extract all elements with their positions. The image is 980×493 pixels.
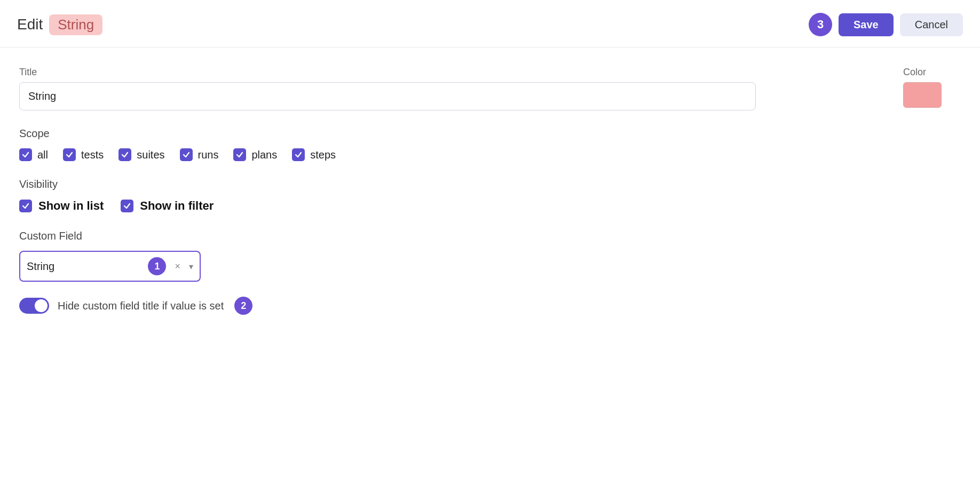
scope-suites-label: suites bbox=[137, 149, 164, 161]
title-row: Title Color bbox=[19, 67, 942, 110]
scope-tests-checkbox[interactable] bbox=[63, 148, 76, 161]
visibility-label: Visibility bbox=[19, 178, 942, 190]
show-in-list-label: Show in list bbox=[38, 199, 104, 213]
scope-label: Scope bbox=[19, 128, 942, 140]
title-group: Title bbox=[19, 67, 886, 110]
color-group: Color bbox=[903, 67, 942, 108]
header-left: Edit String bbox=[17, 14, 102, 35]
scope-plans-label: plans bbox=[251, 149, 277, 161]
string-type-badge: String bbox=[49, 14, 102, 35]
scope-plans-checkbox[interactable] bbox=[233, 148, 246, 161]
show-in-filter-checkbox[interactable] bbox=[121, 200, 133, 212]
scope-steps-label: steps bbox=[310, 149, 336, 161]
scope-checkbox-group: all tests suites runs bbox=[19, 148, 942, 161]
header: Edit String 3 Save Cancel bbox=[0, 0, 980, 47]
scope-suites-item[interactable]: suites bbox=[118, 148, 164, 161]
visibility-row: Show in list Show in filter bbox=[19, 199, 942, 213]
custom-field-label: Custom Field bbox=[19, 230, 942, 242]
step-3-badge: 3 bbox=[809, 13, 832, 36]
toggle-track bbox=[19, 298, 49, 314]
main-content: Title Color Scope all tests bbox=[0, 47, 961, 334]
scope-all-label: all bbox=[37, 149, 48, 161]
cancel-button[interactable]: Cancel bbox=[900, 13, 963, 36]
scope-steps-checkbox[interactable] bbox=[292, 148, 305, 161]
color-label: Color bbox=[903, 67, 942, 78]
custom-field-clear-icon[interactable]: × bbox=[172, 261, 183, 272]
scope-tests-item[interactable]: tests bbox=[63, 148, 104, 161]
custom-field-badge: 1 bbox=[148, 257, 166, 275]
scope-all-item[interactable]: all bbox=[19, 148, 48, 161]
hide-title-toggle[interactable] bbox=[19, 298, 49, 314]
show-in-filter-item[interactable]: Show in filter bbox=[121, 199, 214, 213]
scope-steps-item[interactable]: steps bbox=[292, 148, 336, 161]
custom-field-value: String bbox=[27, 260, 141, 273]
title-label: Title bbox=[19, 67, 886, 78]
custom-field-select[interactable]: String 1 × ▾ bbox=[19, 251, 201, 282]
visibility-section: Visibility Show in list Show in filter bbox=[19, 178, 942, 213]
scope-runs-label: runs bbox=[198, 149, 219, 161]
scope-runs-checkbox[interactable] bbox=[180, 148, 193, 161]
color-swatch[interactable] bbox=[903, 82, 942, 108]
scope-all-checkbox[interactable] bbox=[19, 148, 32, 161]
scope-suites-checkbox[interactable] bbox=[118, 148, 131, 161]
show-in-filter-label: Show in filter bbox=[140, 199, 214, 213]
hide-title-toggle-row: Hide custom field title if value is set … bbox=[19, 297, 942, 315]
hide-title-label: Hide custom field title if value is set bbox=[58, 300, 224, 312]
custom-field-section: Custom Field String 1 × ▾ bbox=[19, 230, 942, 282]
save-button[interactable]: Save bbox=[839, 13, 894, 36]
show-in-list-checkbox[interactable] bbox=[19, 200, 32, 212]
title-input[interactable] bbox=[19, 82, 756, 110]
scope-plans-item[interactable]: plans bbox=[233, 148, 277, 161]
scope-section: Scope all tests suites bbox=[19, 128, 942, 161]
toggle-thumb bbox=[35, 299, 48, 312]
header-right: 3 Save Cancel bbox=[809, 13, 963, 36]
show-in-list-item[interactable]: Show in list bbox=[19, 199, 104, 213]
edit-label: Edit bbox=[17, 16, 43, 33]
hide-title-badge: 2 bbox=[234, 297, 252, 315]
scope-runs-item[interactable]: runs bbox=[180, 148, 219, 161]
scope-tests-label: tests bbox=[81, 149, 104, 161]
custom-field-dropdown-icon[interactable]: ▾ bbox=[189, 261, 193, 272]
